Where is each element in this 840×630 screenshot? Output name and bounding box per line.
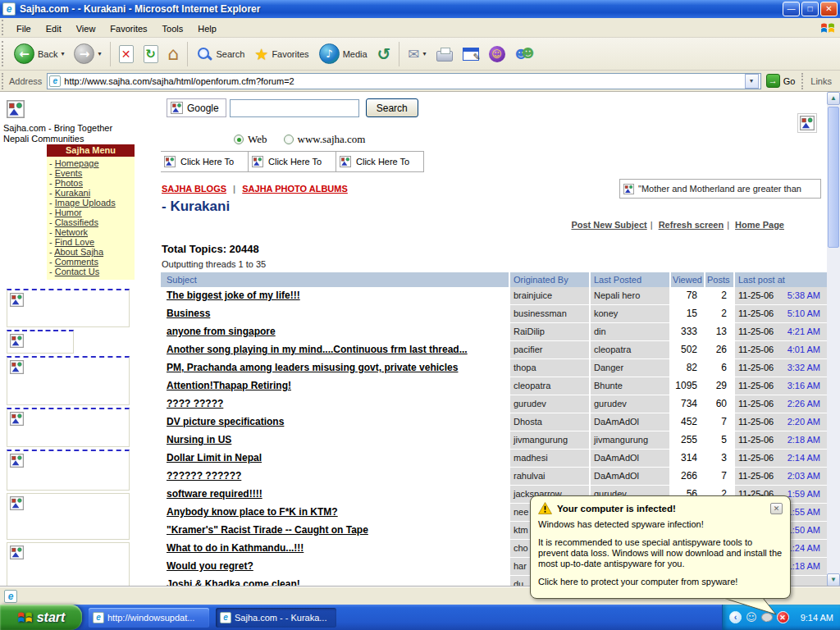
stop-button[interactable] bbox=[114, 39, 139, 69]
menu-item[interactable]: Tools bbox=[155, 21, 191, 37]
favorites-button[interactable]: Favorites bbox=[249, 39, 313, 69]
popup-link[interactable]: Click here to protect your computer from… bbox=[538, 577, 783, 587]
maximize-button[interactable]: □ bbox=[801, 2, 819, 16]
sajha-blogs-link[interactable]: SAJHA BLOGS bbox=[162, 184, 226, 194]
address-dropdown-icon[interactable] bbox=[745, 74, 759, 89]
sidebar-menu-link[interactable]: Find Love bbox=[55, 237, 94, 247]
menu-item[interactable]: Help bbox=[190, 21, 224, 37]
forward-button[interactable] bbox=[69, 39, 106, 69]
thread-subject-link[interactable]: Attention!Thapap Retiring! bbox=[167, 380, 291, 391]
sidebar-menu-link[interactable]: Classifieds bbox=[55, 217, 98, 227]
viewed-cell: 502 bbox=[671, 341, 704, 358]
thread-subject-link[interactable]: Business bbox=[167, 308, 210, 319]
thread-subject-link[interactable]: Another song playing in my mind....Conti… bbox=[167, 344, 468, 355]
minimize-button[interactable]: — bbox=[783, 2, 800, 16]
messenger-button[interactable] bbox=[510, 39, 538, 69]
home-button[interactable] bbox=[163, 39, 185, 69]
sidebar-menu-link[interactable]: Humor bbox=[55, 208, 82, 217]
mail-button[interactable] bbox=[403, 39, 431, 69]
google-search-input[interactable] bbox=[230, 99, 359, 117]
back-dropdown-icon[interactable] bbox=[61, 50, 64, 57]
refresh-button[interactable] bbox=[139, 39, 163, 69]
scrollbar-thumb[interactable] bbox=[828, 107, 839, 248]
sidebar-menu-item: - Humor bbox=[49, 208, 135, 217]
last-posted-cell: cleopatra bbox=[591, 341, 669, 358]
thread-subject-link[interactable]: ???? ????? bbox=[167, 398, 223, 409]
sajha-photo-albums-link[interactable]: SAJHA PHOTO ALBUMS bbox=[242, 184, 348, 194]
sidebar-menu-link[interactable]: Events bbox=[55, 168, 83, 178]
originated-by-cell: thopa bbox=[510, 359, 589, 377]
links-label[interactable]: Links bbox=[810, 76, 832, 86]
page-action-link[interactable]: Refresh screen bbox=[659, 220, 724, 230]
click-here-banner[interactable]: Click Here To bbox=[336, 151, 424, 172]
spyware-alert-balloon[interactable]: Your computer is infected! Windows has d… bbox=[530, 495, 791, 599]
sidebar-menu-link[interactable]: Contact Us bbox=[55, 267, 99, 276]
thread-subject-link[interactable]: The biggest joke of my life!!! bbox=[167, 290, 300, 301]
search-button[interactable]: Search bbox=[191, 39, 249, 69]
address-label: Address bbox=[9, 76, 42, 86]
ad-box[interactable] bbox=[7, 493, 130, 540]
broken-image-icon bbox=[10, 454, 24, 468]
thread-subject-link[interactable]: Nursing in US bbox=[167, 434, 231, 445]
google-search-button[interactable]: Search bbox=[366, 98, 418, 117]
ad-box[interactable] bbox=[7, 289, 130, 327]
thread-subject-link[interactable]: What to do in Kathmandu...!!! bbox=[167, 542, 304, 554]
click-here-banner[interactable]: Click Here To bbox=[161, 151, 249, 172]
radio-site[interactable]: www.sajha.com bbox=[284, 133, 366, 146]
thread-subject-cell: Business bbox=[161, 305, 509, 322]
menu-item[interactable]: Edit bbox=[39, 21, 69, 37]
sidebar-menu-link[interactable]: Homepage bbox=[55, 158, 99, 168]
radio-web[interactable]: Web bbox=[234, 133, 267, 146]
sidebar-menu-item: - Contact Us bbox=[49, 267, 135, 276]
sidebar-menu-link[interactable]: Comments bbox=[55, 257, 98, 267]
history-button[interactable] bbox=[372, 39, 396, 69]
back-button[interactable]: Back bbox=[9, 39, 69, 69]
go-button[interactable]: Go bbox=[766, 74, 796, 88]
taskbar-task-button[interactable]: http://windowsupdat... bbox=[89, 608, 209, 628]
menu-item[interactable]: View bbox=[69, 21, 103, 37]
sidebar-menu-link[interactable]: Photos bbox=[55, 178, 83, 188]
radio-icon[interactable] bbox=[284, 135, 294, 144]
sidebar-menu-link[interactable]: Image Uploads bbox=[55, 198, 116, 208]
thread-subject-link[interactable]: PM, Prachanda among leaders misusing gov… bbox=[167, 362, 458, 373]
thread-subject-link[interactable]: ?????? ?????? bbox=[167, 470, 241, 482]
thread-subject-link[interactable]: Dollar Limit in Nepal bbox=[167, 452, 262, 463]
page-action-link[interactable]: Home Page bbox=[735, 220, 784, 230]
thread-subject-link[interactable]: anyone from singapore bbox=[167, 326, 276, 337]
ad-box[interactable] bbox=[7, 408, 130, 447]
thread-subject-link[interactable]: Would you regret? bbox=[167, 560, 253, 572]
viewed-cell: 82 bbox=[671, 359, 704, 377]
quote-banner[interactable]: "Mother and Motherland are greater than bbox=[619, 179, 821, 199]
sidebar-menu-link[interactable]: Kurakani bbox=[55, 188, 90, 198]
close-button[interactable]: ✕ bbox=[820, 2, 838, 16]
radio-selected-icon[interactable] bbox=[234, 135, 244, 144]
page-action-link[interactable]: Post New Subject bbox=[571, 220, 646, 230]
click-here-banner[interactable]: Click Here To bbox=[249, 151, 336, 172]
yahoo-messenger-button[interactable] bbox=[484, 39, 510, 69]
ad-box[interactable] bbox=[7, 330, 74, 354]
thread-subject-link[interactable]: Anybody know place to F*K in KTM? bbox=[167, 506, 338, 518]
thread-subject-link[interactable]: Joshi & Khadka come clean! bbox=[167, 578, 300, 587]
ad-box[interactable] bbox=[7, 542, 130, 587]
ad-box[interactable] bbox=[7, 356, 130, 405]
forward-dropdown-icon[interactable] bbox=[98, 50, 101, 57]
sidebar-menu-link[interactable]: Network bbox=[55, 227, 88, 237]
sidebar-menu-link[interactable]: About Sajha bbox=[54, 247, 103, 257]
media-button[interactable]: Media bbox=[314, 39, 372, 69]
address-input[interactable]: http://www.sajha.com/sajha/html/openforu… bbox=[47, 73, 760, 89]
menu-item[interactable]: Favorites bbox=[103, 21, 154, 37]
print-button[interactable] bbox=[431, 39, 458, 69]
edit-button[interactable] bbox=[458, 39, 484, 69]
menu-item[interactable]: File bbox=[9, 21, 39, 37]
start-button[interactable]: start bbox=[0, 605, 82, 630]
vertical-scrollbar[interactable] bbox=[827, 92, 840, 587]
thread-subject-link[interactable]: "Kramer's" Racist Tirade -- Caught on Ta… bbox=[167, 524, 368, 536]
thread-subject-link[interactable]: DV picture specifications bbox=[167, 416, 284, 427]
popup-close-icon[interactable] bbox=[770, 503, 783, 514]
sidebar-menu-item: - Homepage bbox=[49, 158, 135, 168]
scroll-up-button[interactable] bbox=[827, 92, 840, 105]
scroll-down-button[interactable] bbox=[827, 573, 840, 587]
thread-subject-link[interactable]: software required!!!! bbox=[167, 488, 262, 500]
taskbar-task-button[interactable]: Sajha.com - - Kuraka... bbox=[216, 608, 336, 628]
ad-box[interactable] bbox=[7, 450, 130, 491]
